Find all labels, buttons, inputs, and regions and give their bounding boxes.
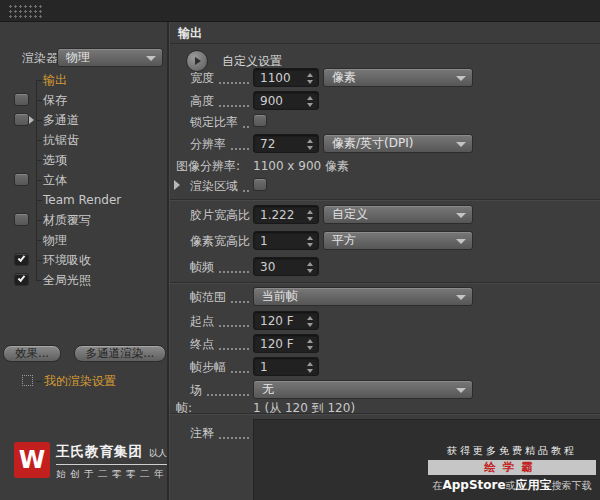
height-label: 高度: [190, 93, 214, 110]
frame-range-label: 帧范围: [190, 289, 226, 306]
lock-ratio-checkbox[interactable]: [253, 114, 267, 127]
start-frame-label: 起点: [190, 313, 214, 330]
play-arrow-icon: [195, 57, 201, 65]
chevron-down-icon: [456, 213, 466, 218]
pixel-aspect-label: 像素宽高比: [190, 233, 250, 250]
effects-button[interactable]: 效果...: [3, 345, 61, 362]
image-resolution-label: 图像分辨率:: [176, 158, 240, 175]
expand-arrow-icon[interactable]: [174, 180, 180, 190]
my-render-setting-item[interactable]: 我的渲染设置: [0, 372, 167, 390]
width-label: 宽度: [190, 70, 214, 87]
field-label: 场: [190, 382, 202, 399]
logo-company-name: 王氏教育集团: [56, 443, 143, 461]
promo-line3: 在AppStore或应用宝搜索下载: [428, 477, 596, 494]
width-input[interactable]: 1100: [253, 68, 319, 87]
frame-step-label: 帧步幅: [190, 359, 226, 376]
chevron-down-icon: [456, 76, 466, 81]
ambient-occlusion-checkbox[interactable]: [14, 253, 29, 266]
frame-rate-label: 帧频: [190, 259, 214, 276]
spinner-icon[interactable]: [306, 315, 315, 328]
film-aspect-label: 胶片宽高比: [190, 207, 250, 224]
group-divider: [170, 199, 600, 201]
width-unit-dropdown[interactable]: 像素: [323, 68, 473, 87]
sidebar-item-physical[interactable]: 物理: [0, 230, 167, 250]
chevron-down-icon: [456, 388, 466, 393]
chevron-down-icon: [456, 239, 466, 244]
chevron-down-icon: [456, 295, 466, 300]
spinner-icon[interactable]: [306, 138, 315, 151]
annotation-label: 注释: [190, 425, 214, 442]
multipass-render-button[interactable]: 多通道渲染...: [74, 345, 166, 362]
promo-line1: 获得更多免费精品教程: [428, 444, 596, 458]
film-aspect-input[interactable]: 1.222: [253, 205, 319, 224]
end-frame-label: 终点: [190, 336, 214, 353]
spinner-icon[interactable]: [306, 72, 315, 85]
start-frame-input[interactable]: 120 F: [253, 311, 319, 330]
render-region-checkbox[interactable]: [253, 178, 267, 191]
sidebar-item-stereo[interactable]: 立体: [0, 170, 167, 190]
chevron-down-icon: [146, 56, 156, 61]
spinner-icon[interactable]: [306, 361, 315, 374]
spinner-icon[interactable]: [306, 235, 315, 248]
resolution-input[interactable]: 72: [253, 134, 319, 153]
render-region-label: 渲染区域: [190, 178, 238, 195]
output-settings-panel: 输出 自定义设置 宽度 1100 像素 高度 900 锁定比率: [170, 0, 600, 500]
frame-range-dropdown[interactable]: 当前帧: [253, 287, 473, 306]
logo-monogram: W: [14, 442, 50, 478]
renderer-label: 渲染器: [22, 50, 58, 67]
promo-brand-name: 绘学霸: [484, 460, 540, 474]
pixel-aspect-input[interactable]: 1: [253, 231, 319, 250]
drag-handle-icon[interactable]: [8, 4, 42, 19]
sidebar-item-team-render[interactable]: Team Render: [0, 190, 167, 210]
settings-sidebar: 渲染器 物理 输出 保存 多通道 抗锯齿 选项 立体: [0, 22, 167, 500]
group-divider: [170, 413, 600, 415]
sidebar-item-options[interactable]: 选项: [0, 150, 167, 170]
save-checkbox[interactable]: [14, 93, 29, 106]
brand-logo: W 王氏教育集团 以人为本 始创于二零零二年: [14, 442, 184, 486]
logo-founded-text: 始创于二零零二年: [56, 468, 184, 481]
sidebar-item-output[interactable]: 输出: [0, 70, 167, 90]
spinner-icon[interactable]: [306, 338, 315, 351]
promo-watermark: 获得更多免费精品教程 绘学霸 在AppStore或应用宝搜索下载: [428, 444, 596, 494]
render-setting-icon: [22, 375, 33, 386]
height-input[interactable]: 900: [253, 91, 319, 110]
frame-step-input[interactable]: 1: [253, 357, 319, 376]
image-resolution-value: 1100 x 900 像素: [253, 158, 349, 175]
renderer-dropdown[interactable]: 物理: [57, 48, 163, 67]
lock-ratio-label: 锁定比率: [190, 114, 238, 131]
resolution-label: 分辨率: [190, 136, 226, 153]
sidebar-item-global-illumination[interactable]: 全局光照: [0, 270, 167, 290]
section-title: 输出: [178, 25, 202, 42]
resolution-unit-dropdown[interactable]: 像素/英寸(DPI): [323, 134, 473, 153]
expand-arrow-icon[interactable]: [29, 116, 34, 124]
spinner-icon[interactable]: [306, 95, 315, 108]
sidebar-item-antialiasing[interactable]: 抗锯齿: [0, 130, 167, 150]
render-settings-window: 渲染器 物理 输出 保存 多通道 抗锯齿 选项 立体: [0, 0, 600, 500]
section-header: 输出: [170, 22, 600, 44]
chevron-down-icon: [456, 142, 466, 147]
frame-rate-input[interactable]: 30: [253, 257, 319, 276]
sidebar-item-ambient-occlusion[interactable]: 环境吸收: [0, 250, 167, 270]
global-illumination-checkbox[interactable]: [14, 273, 29, 286]
sidebar-item-save[interactable]: 保存: [0, 90, 167, 110]
field-dropdown[interactable]: 无: [253, 380, 473, 399]
sidebar-item-material-override[interactable]: 材质覆写: [0, 210, 167, 230]
multipass-checkbox[interactable]: [14, 113, 29, 126]
spinner-icon[interactable]: [306, 261, 315, 274]
material-override-checkbox[interactable]: [14, 213, 29, 226]
sidebar-item-multipass[interactable]: 多通道: [0, 110, 167, 130]
film-aspect-preset-dropdown[interactable]: 自定义: [323, 205, 473, 224]
spinner-icon[interactable]: [306, 209, 315, 222]
group-divider: [170, 282, 600, 284]
pixel-aspect-preset-dropdown[interactable]: 平方: [323, 231, 473, 250]
promo-brand-bar: 绘学霸: [428, 460, 596, 475]
end-frame-input[interactable]: 120 F: [253, 334, 319, 353]
stereo-checkbox[interactable]: [14, 173, 29, 186]
